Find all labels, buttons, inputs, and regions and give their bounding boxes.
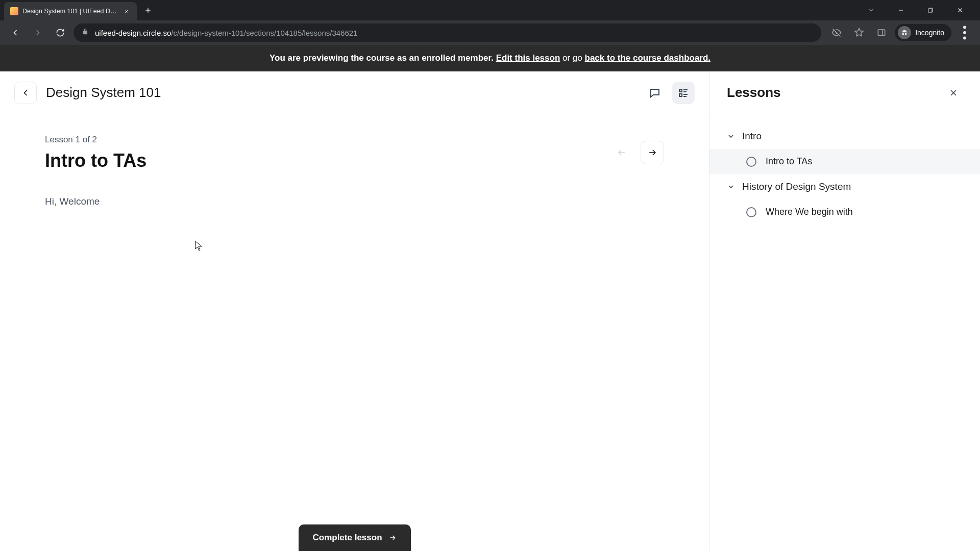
- browser-menu-button[interactable]: [955, 23, 974, 42]
- browser-tab[interactable]: Design System 101 | UIFeed Desi: [4, 2, 137, 20]
- eye-off-icon[interactable]: [827, 23, 846, 42]
- svg-point-5: [963, 37, 966, 40]
- svg-point-4: [963, 31, 966, 34]
- lesson-name: Where We begin with: [766, 207, 853, 217]
- incognito-label: Incognito: [915, 29, 944, 37]
- course-back-button[interactable]: [14, 82, 37, 104]
- url-text: uifeed-design.circle.so/c/design-system-…: [95, 29, 813, 37]
- close-window-button[interactable]: [948, 2, 972, 18]
- complete-lesson-label: Complete lesson: [312, 533, 382, 543]
- close-tab-icon[interactable]: [122, 7, 131, 15]
- preview-mid: or go: [562, 53, 584, 63]
- lesson-item[interactable]: Intro to TAs: [709, 149, 980, 174]
- chevron-down-icon: [727, 132, 735, 140]
- svg-rect-1: [928, 9, 932, 12]
- lesson-item[interactable]: Where We begin with: [709, 199, 980, 224]
- arrow-right-icon: [388, 534, 397, 542]
- close-sidebar-button[interactable]: [944, 84, 963, 102]
- section-name: History of Design System: [742, 181, 851, 192]
- prev-lesson-button: [610, 141, 633, 164]
- section-header[interactable]: Intro: [709, 123, 980, 149]
- lesson-status-icon: [746, 157, 756, 167]
- next-lesson-button[interactable]: [641, 141, 664, 164]
- star-icon[interactable]: [850, 23, 868, 42]
- incognito-indicator[interactable]: Incognito: [895, 24, 951, 41]
- sidebar-title: Lessons: [727, 85, 781, 101]
- complete-lesson-button[interactable]: Complete lesson: [298, 524, 410, 551]
- section-header[interactable]: History of Design System: [709, 174, 980, 199]
- lessons-panel-button[interactable]: [672, 82, 695, 104]
- tab-search-icon[interactable]: [860, 2, 883, 18]
- lesson-status-icon: [746, 207, 756, 217]
- comments-button[interactable]: [644, 82, 666, 104]
- svg-rect-6: [679, 89, 682, 92]
- incognito-icon: [898, 26, 911, 39]
- address-bar[interactable]: uifeed-design.circle.so/c/design-system-…: [74, 23, 821, 42]
- lesson-body: Hi, Welcome: [45, 196, 664, 207]
- side-panel-icon[interactable]: [872, 23, 891, 42]
- tab-title: Design System 101 | UIFeed Desi: [22, 8, 118, 15]
- course-title: Design System 101: [46, 85, 161, 101]
- preview-text: You are previewing the course as an enro…: [270, 53, 496, 63]
- svg-point-3: [963, 26, 966, 29]
- new-tab-button[interactable]: [141, 3, 155, 17]
- browser-forward-button[interactable]: [29, 23, 47, 42]
- browser-back-button[interactable]: [6, 23, 24, 42]
- lock-icon: [82, 28, 89, 37]
- svg-rect-2: [878, 30, 885, 36]
- svg-rect-7: [679, 94, 682, 96]
- chevron-down-icon: [727, 183, 735, 191]
- favicon-icon: [10, 7, 18, 15]
- lesson-count: Lesson 1 of 2: [45, 135, 598, 145]
- lesson-title: Intro to TAs: [45, 150, 598, 171]
- maximize-button[interactable]: [919, 2, 942, 18]
- reload-button[interactable]: [51, 23, 69, 42]
- section-name: Intro: [742, 131, 762, 142]
- lesson-name: Intro to TAs: [766, 156, 812, 167]
- preview-banner: You are previewing the course as an enro…: [0, 45, 980, 71]
- minimize-button[interactable]: [889, 2, 913, 18]
- edit-lesson-link[interactable]: Edit this lesson: [496, 53, 560, 63]
- dashboard-link[interactable]: back to the course dashboard.: [585, 53, 711, 63]
